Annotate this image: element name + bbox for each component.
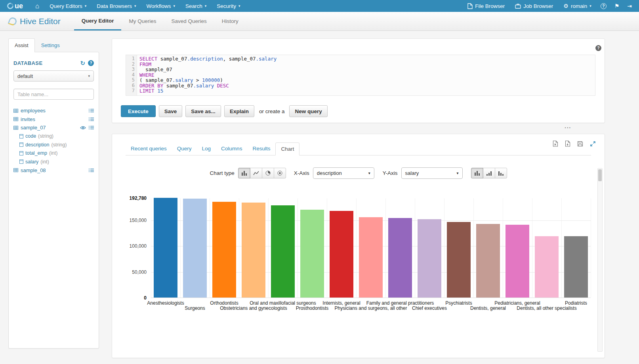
x-axis-select[interactable]: description ▾ (313, 167, 374, 179)
bar-dentists-all-other-specialists (535, 236, 558, 298)
refresh-icon[interactable]: ↻ (80, 60, 85, 66)
tab-saved-queries[interactable]: Saved Queries (164, 12, 214, 30)
table-icon (13, 168, 18, 173)
gridline-vertical (444, 198, 444, 298)
sort-buttons (471, 168, 507, 178)
briefcase-icon (515, 4, 521, 9)
gridline-vertical (151, 198, 151, 298)
sort-bars-asc-button[interactable] (483, 168, 495, 178)
y-axis-tick: 150,000 (130, 218, 147, 223)
chevron-down-icon: ▾ (88, 74, 90, 78)
sort-bars-desc-button[interactable] (495, 168, 507, 178)
preview-eye-icon[interactable] (80, 126, 86, 130)
chart-scrollbar[interactable] (597, 168, 603, 352)
feedback-flag-button[interactable]: ⚑ (610, 0, 624, 12)
new-query-button[interactable]: New query (289, 105, 327, 117)
resize-handle[interactable]: ... (565, 123, 571, 129)
chart-type-pie-button[interactable] (262, 168, 274, 178)
tab-my-queries[interactable]: My Queries (121, 12, 164, 30)
gridline-vertical (356, 198, 357, 298)
bar-prosthodontists (300, 210, 324, 298)
execute-button[interactable]: Execute (121, 105, 156, 117)
y-axis-tick: 192,780 (130, 195, 147, 201)
export-xls-icon[interactable] (553, 140, 558, 147)
file-browser-button[interactable]: File Browser (462, 0, 510, 12)
tab-history[interactable]: History (214, 12, 246, 30)
x-axis-label: Family and general practitioners (366, 300, 434, 306)
job-browser-button[interactable]: Job Browser (510, 0, 558, 12)
logout-button[interactable]: ⇥ (623, 0, 636, 12)
x-axis-label: Podiatrists (565, 300, 587, 306)
table-menu-icon[interactable] (89, 108, 94, 113)
database-select[interactable]: default ▾ (13, 70, 94, 82)
sql-editor[interactable]: 1234567 SELECT sample_07.description, sa… (126, 55, 595, 96)
app-title[interactable]: Hive Editor (9, 12, 61, 30)
tab-assist[interactable]: Assist (8, 38, 35, 52)
y-axis-tick: 100,000 (130, 243, 147, 249)
home-button[interactable]: ⌂ (30, 0, 44, 12)
results-tab-recent-queries[interactable]: Recent queries (126, 142, 172, 155)
help-icon[interactable]: ? (88, 60, 94, 66)
x-axis-label: Surgeons (185, 305, 205, 311)
table-item-employees[interactable]: employees (13, 106, 94, 115)
database-heading: DATABASE (13, 60, 43, 66)
scrollbar-thumb[interactable] (598, 169, 602, 181)
tab-settings[interactable]: Settings (35, 38, 66, 52)
help-icon[interactable]: ? (595, 45, 601, 51)
save-as-button[interactable]: Save as... (185, 105, 221, 117)
chart-type-map-button[interactable] (274, 168, 286, 178)
table-item-sample_08[interactable]: sample_08 (13, 166, 94, 175)
chart-type-line-button[interactable] (250, 168, 262, 178)
x-axis-label: Internists, general (322, 300, 360, 306)
column-item-code[interactable]: code(string) (13, 132, 94, 141)
gridline-vertical (298, 198, 298, 298)
x-axis-label: Oral and maxillofacial surgeons (250, 300, 316, 306)
results-tab-results[interactable]: Results (247, 142, 275, 155)
database-select-value: default (17, 73, 33, 79)
sql-code: SELECT sample_07.description, sample_07.… (137, 55, 595, 95)
topnav-menu-query-editors[interactable]: Query Editors▾ (44, 0, 92, 12)
save-button[interactable]: Save (159, 105, 183, 117)
explain-button[interactable]: Explain (224, 105, 254, 117)
table-menu-icon[interactable] (89, 168, 94, 173)
table-item-sample_07[interactable]: sample_07 (13, 123, 94, 132)
table-filter-input[interactable] (13, 89, 94, 100)
chart-type-bars-button[interactable] (238, 168, 250, 178)
gridline-vertical (327, 198, 327, 298)
column-item-description[interactable]: description(string) (13, 140, 94, 149)
sort-bars-button[interactable] (471, 168, 483, 178)
hue-logo[interactable]: ue (7, 2, 23, 10)
table-menu-icon[interactable] (89, 125, 94, 130)
user-menu[interactable]: ⚙ romain ▾ (558, 0, 596, 12)
topnav-menu-data-browsers[interactable]: Data Browsers▾ (92, 0, 141, 12)
line-numbers: 1234567 (126, 55, 137, 95)
results-tab-query[interactable]: Query (172, 142, 197, 155)
top-navbar: ue ⌂ Query Editors▾Data Browsers▾Workflo… (0, 0, 639, 12)
topnav-menu-search[interactable]: Search▾ (180, 0, 212, 12)
column-item-total_emp[interactable]: total_emp(int) (13, 149, 94, 158)
bar-pediatricians-general (505, 225, 529, 298)
x-axis-value: description (317, 170, 342, 176)
bar-podiatrists (564, 236, 587, 298)
x-axis-label: Psychiatrists (445, 300, 472, 306)
table-icon (13, 125, 18, 130)
table-menu-icon[interactable] (89, 117, 94, 121)
results-tab-chart[interactable]: Chart (275, 142, 299, 155)
export-csv-icon[interactable] (565, 140, 570, 147)
save-results-icon[interactable] (577, 141, 583, 147)
column-item-salary[interactable]: salary(int) (13, 157, 94, 166)
topnav-menu-workflows[interactable]: Workflows▾ (141, 0, 180, 12)
bar-oral-and-maxillofacial-surgeons (271, 205, 294, 298)
map-icon (277, 171, 283, 176)
y-axis-select[interactable]: salary ▾ (401, 167, 463, 179)
results-tab-log[interactable]: Log (197, 142, 216, 155)
help-button[interactable]: ? (597, 0, 610, 12)
fullscreen-icon[interactable] (590, 141, 596, 147)
table-item-invites[interactable]: invites (13, 115, 94, 124)
results-tab-columns[interactable]: Columns (216, 142, 247, 155)
column-icon (19, 159, 23, 164)
chevron-down-icon: ▾ (134, 4, 136, 8)
tab-query-editor[interactable]: Query Editor (74, 12, 122, 30)
topnav-menu-security[interactable]: Security▾ (212, 0, 245, 12)
gridline-vertical (591, 198, 591, 298)
